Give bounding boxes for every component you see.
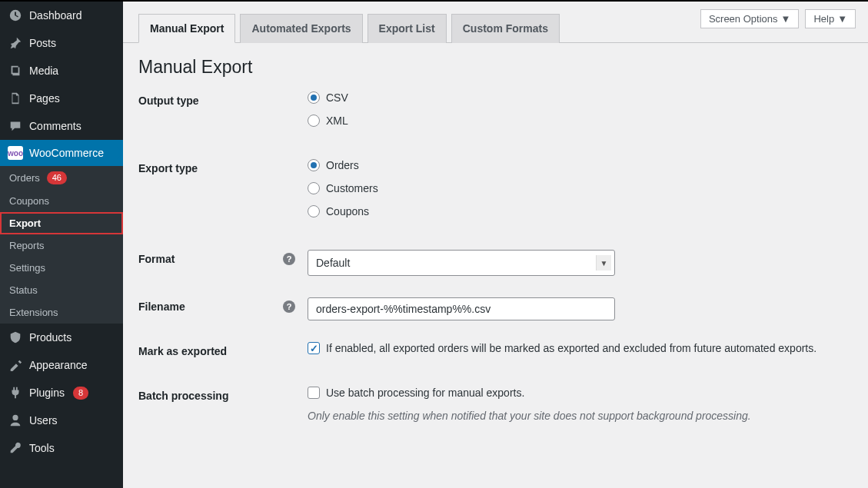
users-icon [8, 413, 23, 428]
sidebar-label: Pages [29, 92, 60, 105]
plugins-icon [8, 385, 23, 400]
submenu-item-coupons[interactable]: Coupons [0, 190, 123, 212]
tab-export-list[interactable]: Export List [367, 14, 447, 43]
sidebar-item-posts[interactable]: Posts [0, 29, 123, 57]
woocommerce-submenu: Orders 46 Coupons Export Reports Setting… [0, 166, 123, 324]
radio-label: Customers [326, 182, 378, 194]
tools-icon [8, 440, 23, 456]
sidebar-item-appearance[interactable]: Appearance [0, 351, 123, 379]
batch-checkbox[interactable]: Use batch processing for manual exports. [308, 387, 853, 399]
export-type-customers-radio[interactable]: Customers [308, 182, 853, 194]
sidebar-item-tools[interactable]: Tools [0, 434, 123, 462]
help-icon[interactable]: ? [283, 300, 295, 313]
sidebar-label: Posts [29, 37, 56, 49]
products-icon [8, 330, 23, 345]
export-type-label: Export type [138, 159, 308, 174]
sidebar-label: Comments [29, 120, 81, 132]
checkbox-icon [308, 342, 320, 354]
plugins-count-badge: 8 [73, 387, 88, 400]
mark-exported-desc: If enabled, all exported orders will be … [326, 342, 816, 354]
output-type-csv-radio[interactable]: CSV [308, 91, 853, 104]
radio-label: Orders [326, 159, 359, 171]
submenu-label: Reports [9, 240, 45, 251]
format-label: Format [138, 253, 175, 265]
woocommerce-icon: woo [8, 146, 23, 160]
submenu-item-reports[interactable]: Reports [0, 234, 123, 257]
admin-sidebar: Dashboard Posts Media Pages Comments woo… [0, 2, 123, 488]
main-content: Screen Options ▼ Help ▼ Manual Export Au… [123, 2, 868, 488]
orders-count-badge: 46 [47, 171, 67, 184]
submenu-item-status[interactable]: Status [0, 279, 123, 301]
submenu-item-extensions[interactable]: Extensions [0, 301, 123, 324]
sidebar-label: Appearance [29, 359, 88, 371]
sidebar-item-woocommerce[interactable]: woo WooCommerce [0, 140, 123, 166]
radio-icon [308, 159, 320, 171]
sidebar-label: Tools [29, 442, 55, 454]
mark-exported-checkbox[interactable]: If enabled, all exported orders will be … [308, 342, 853, 354]
sidebar-item-dashboard[interactable]: Dashboard [0, 2, 123, 29]
mark-exported-label: Mark as exported [138, 342, 308, 357]
submenu-label: Coupons [9, 195, 49, 207]
sidebar-item-pages[interactable]: Pages [0, 85, 123, 112]
output-type-label: Output type [138, 91, 308, 107]
submenu-label: Orders [9, 172, 40, 184]
sidebar-label: Plugins [29, 387, 65, 399]
tab-automated-exports[interactable]: Automated Exports [240, 14, 362, 43]
submenu-item-settings[interactable]: Settings [0, 257, 123, 279]
sidebar-item-media[interactable]: Media [0, 57, 123, 85]
radio-icon [308, 182, 320, 194]
submenu-label: Extensions [9, 307, 58, 318]
radio-icon [308, 91, 320, 104]
tab-label: Export List [379, 22, 435, 35]
pages-icon [8, 91, 23, 106]
sidebar-item-products[interactable]: Products [0, 324, 123, 351]
media-icon [8, 63, 23, 78]
submenu-label: Export [9, 217, 41, 229]
batch-desc: Use batch processing for manual exports. [326, 387, 524, 399]
batch-helper-text: Only enable this setting when notified t… [308, 410, 853, 422]
page-title: Manual Export [123, 43, 868, 84]
sidebar-item-comments[interactable]: Comments [0, 112, 123, 140]
pin-icon [8, 35, 23, 51]
tab-custom-formats[interactable]: Custom Formats [451, 14, 560, 43]
submenu-item-orders[interactable]: Orders 46 [0, 166, 123, 190]
batch-label: Batch processing [138, 387, 308, 402]
tab-manual-export[interactable]: Manual Export [138, 14, 235, 43]
radio-label: CSV [326, 91, 348, 104]
radio-label: XML [326, 115, 348, 127]
sidebar-item-users[interactable]: Users [0, 407, 123, 434]
chevron-down-icon: ▼ [596, 255, 611, 271]
sidebar-label: Media [29, 65, 58, 77]
dashboard-icon [8, 8, 23, 23]
radio-icon [308, 205, 320, 217]
help-icon[interactable]: ? [283, 253, 295, 265]
tab-label: Custom Formats [463, 22, 548, 35]
tab-label: Manual Export [150, 22, 224, 35]
sidebar-item-plugins[interactable]: Plugins 8 [0, 379, 123, 407]
checkbox-icon [308, 387, 320, 399]
filename-input[interactable] [308, 297, 615, 320]
export-type-coupons-radio[interactable]: Coupons [308, 205, 853, 217]
format-select[interactable]: Default ▼ [308, 250, 615, 276]
radio-icon [308, 115, 320, 127]
tabs: Manual Export Automated Exports Export L… [123, 13, 868, 43]
tab-label: Automated Exports [251, 22, 351, 35]
submenu-item-export[interactable]: Export [0, 212, 123, 234]
sidebar-label: Dashboard [29, 9, 82, 22]
sidebar-label: Users [29, 414, 58, 427]
format-value: Default [316, 257, 350, 269]
export-form: Output type CSV XML Export type Orders [123, 84, 868, 443]
sidebar-label: WooCommerce [29, 147, 104, 159]
comment-icon [8, 118, 23, 134]
export-type-orders-radio[interactable]: Orders [308, 159, 853, 171]
output-type-xml-radio[interactable]: XML [308, 115, 853, 127]
filename-label: Filename [138, 300, 185, 313]
sidebar-label: Products [29, 331, 72, 344]
appearance-icon [8, 357, 23, 373]
radio-label: Coupons [326, 205, 369, 217]
submenu-label: Status [9, 284, 38, 296]
submenu-label: Settings [9, 262, 45, 274]
